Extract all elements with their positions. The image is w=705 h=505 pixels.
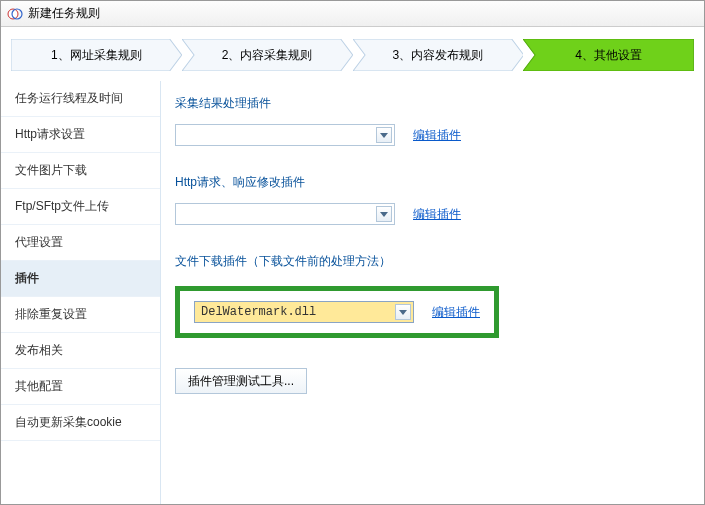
combo-value: DelWatermark.dll xyxy=(201,305,316,319)
step-2[interactable]: 2、内容采集规则 xyxy=(182,39,353,71)
wizard-steps: 1、网址采集规则 2、内容采集规则 3、内容发布规则 4、其他设置 xyxy=(11,39,694,73)
edit-plugin-link-3[interactable]: 编辑插件 xyxy=(432,304,480,321)
combo-collect-result-plugin[interactable] xyxy=(175,124,395,146)
sidebar-item-label: Ftp/SFtp文件上传 xyxy=(15,198,109,215)
combo-http-modify-plugin[interactable] xyxy=(175,203,395,225)
sidebar-item-proxy[interactable]: 代理设置 xyxy=(1,225,160,261)
plugin-manage-test-button[interactable]: 插件管理测试工具... xyxy=(175,368,307,394)
dialog-window: 新建任务规则 1、网址采集规则 2、内容采集规则 3、内容发布规则 4、其他设置… xyxy=(0,0,705,505)
sidebar-item-label: 任务运行线程及时间 xyxy=(15,90,123,107)
step-label: 3、内容发布规则 xyxy=(393,47,484,64)
sidebar-item-label: 排除重复设置 xyxy=(15,306,87,323)
sidebar-item-plugin[interactable]: 插件 xyxy=(1,261,160,297)
dialog-body: 任务运行线程及时间 Http请求设置 文件图片下载 Ftp/SFtp文件上传 代… xyxy=(1,81,704,504)
step-4[interactable]: 4、其他设置 xyxy=(523,39,694,71)
sidebar-item-label: 代理设置 xyxy=(15,234,63,251)
sidebar-item-thread-time[interactable]: 任务运行线程及时间 xyxy=(1,81,160,117)
edit-plugin-link-1[interactable]: 编辑插件 xyxy=(413,127,461,144)
sidebar-item-other-config[interactable]: 其他配置 xyxy=(1,369,160,405)
app-icon xyxy=(7,6,23,22)
sidebar-item-label: 插件 xyxy=(15,270,39,287)
section-title-http-modify: Http请求、响应修改插件 xyxy=(175,174,690,191)
chevron-down-icon[interactable] xyxy=(376,127,392,143)
titlebar: 新建任务规则 xyxy=(1,1,704,27)
row-http-modify: 编辑插件 xyxy=(175,203,690,225)
chevron-down-icon[interactable] xyxy=(395,304,411,320)
sidebar-item-dedupe[interactable]: 排除重复设置 xyxy=(1,297,160,333)
content-pane: 采集结果处理插件 编辑插件 Http请求、响应修改插件 编辑插件 文件下载插件（… xyxy=(161,81,704,504)
edit-plugin-link-2[interactable]: 编辑插件 xyxy=(413,206,461,223)
section-title-collect-result: 采集结果处理插件 xyxy=(175,95,690,112)
sidebar-item-label: 发布相关 xyxy=(15,342,63,359)
sidebar-item-label: 自动更新采集cookie xyxy=(15,414,122,431)
row-collect-result: 编辑插件 xyxy=(175,124,690,146)
sidebar-item-label: Http请求设置 xyxy=(15,126,85,143)
window-title: 新建任务规则 xyxy=(28,5,100,22)
sidebar-item-publish[interactable]: 发布相关 xyxy=(1,333,160,369)
row-manage: 插件管理测试工具... xyxy=(175,368,690,394)
sidebar-item-label: 其他配置 xyxy=(15,378,63,395)
step-label: 1、网址采集规则 xyxy=(51,47,142,64)
combo-file-download-plugin[interactable]: DelWatermark.dll xyxy=(194,301,414,323)
section-title-file-download: 文件下载插件（下载文件前的处理方法） xyxy=(175,253,690,270)
step-label: 4、其他设置 xyxy=(575,47,642,64)
step-label: 2、内容采集规则 xyxy=(222,47,313,64)
sidebar-item-file-download[interactable]: 文件图片下载 xyxy=(1,153,160,189)
sidebar-item-label: 文件图片下载 xyxy=(15,162,87,179)
step-1[interactable]: 1、网址采集规则 xyxy=(11,39,182,71)
sidebar-item-auto-cookie[interactable]: 自动更新采集cookie xyxy=(1,405,160,441)
sidebar: 任务运行线程及时间 Http请求设置 文件图片下载 Ftp/SFtp文件上传 代… xyxy=(1,81,161,504)
highlight-box: DelWatermark.dll 编辑插件 xyxy=(175,286,499,338)
chevron-down-icon[interactable] xyxy=(376,206,392,222)
sidebar-item-http-request[interactable]: Http请求设置 xyxy=(1,117,160,153)
sidebar-item-ftp-upload[interactable]: Ftp/SFtp文件上传 xyxy=(1,189,160,225)
step-3[interactable]: 3、内容发布规则 xyxy=(353,39,524,71)
